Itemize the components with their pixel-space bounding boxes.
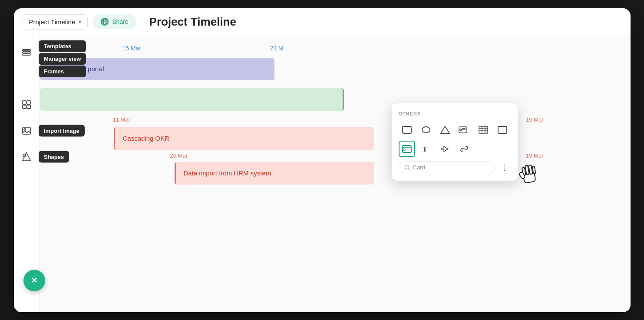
app-window: Project Timeline ▾ Share Project Timelin… (14, 8, 631, 312)
shape-triangle[interactable] (437, 122, 453, 138)
svg-line-34 (409, 169, 410, 170)
bar-green (40, 88, 344, 111)
shapes-grid: T (399, 122, 511, 157)
svg-rect-38 (528, 165, 533, 174)
page-title: Project Timeline (149, 15, 236, 29)
sidebar-icon-import-image[interactable]: Import Image (19, 123, 34, 139)
shape-text[interactable]: T (418, 141, 434, 157)
date-23-mar: 23 M (270, 45, 284, 52)
chevron-down-icon: ▾ (79, 19, 81, 25)
bar-cascading: Cascading OKR (114, 127, 374, 150)
date-15-mar: 15 Mar (122, 45, 142, 52)
shape-rectangle[interactable] (399, 122, 415, 138)
shape-card[interactable] (399, 141, 415, 157)
svg-rect-7 (27, 101, 30, 104)
popup-search-row: Card ⋮ (399, 162, 511, 174)
svg-rect-4 (23, 52, 30, 53)
svg-point-18 (460, 129, 462, 131)
svg-rect-9 (27, 105, 30, 109)
date-11-mar: 11 Mar (113, 116, 130, 123)
search-placeholder: Card (413, 164, 425, 171)
shape-note[interactable] (494, 122, 511, 138)
shape-link[interactable] (456, 141, 472, 157)
svg-rect-14 (403, 126, 411, 133)
svg-rect-21 (479, 126, 488, 133)
svg-text:T: T (423, 145, 427, 153)
date-19-mar-1: 19 Mar (526, 116, 543, 123)
popup-search[interactable]: Card (399, 162, 495, 173)
svg-rect-5 (23, 49, 30, 51)
share-button[interactable]: Share (93, 14, 136, 29)
svg-rect-10 (23, 127, 30, 134)
timeline-area: 15 Mar 23 M Interview test portal 11 Mar… (40, 36, 631, 312)
shape-ellipse[interactable] (418, 122, 434, 138)
svg-marker-16 (441, 126, 449, 133)
bar-interview: Interview test portal (40, 58, 274, 80)
date-19-mar-2: 19 Mar (526, 152, 543, 159)
svg-rect-26 (498, 126, 507, 133)
svg-rect-39 (532, 166, 535, 174)
more-options-button[interactable]: ⋮ (499, 162, 511, 174)
shape-label[interactable] (456, 122, 472, 138)
svg-marker-31 (442, 146, 448, 152)
main-area: Templates Manager view Frames (14, 36, 631, 312)
svg-point-29 (403, 149, 405, 151)
bar-cascading-label: Cascading OKR (123, 135, 170, 142)
svg-rect-35 (523, 172, 535, 183)
bar-data-import-label: Data import from HRM system (184, 169, 271, 177)
header: Project Timeline ▾ Share Project Timelin… (14, 8, 631, 36)
shape-table[interactable] (475, 122, 492, 138)
svg-rect-8 (23, 105, 26, 109)
svg-rect-3 (23, 54, 30, 55)
sidebar-icon-templates[interactable]: Templates Manager view Frames (19, 45, 34, 60)
shape-arrow-right[interactable] (437, 141, 453, 157)
bar-interview-label: Interview test portal (48, 65, 104, 73)
popup-section-label: OTHERS (399, 111, 511, 116)
share-label: Share (112, 18, 128, 25)
svg-rect-37 (525, 165, 529, 175)
fab-close-button[interactable]: ✕ (23, 270, 45, 291)
hand-cursor (515, 158, 542, 188)
svg-point-33 (405, 165, 409, 169)
svg-rect-40 (519, 172, 525, 179)
date-20-mar: 20 Mar (170, 152, 188, 159)
svg-point-11 (24, 129, 26, 130)
fab-icon: ✕ (31, 276, 37, 285)
bar-data-import: Data import from HRM system (175, 162, 374, 185)
svg-point-15 (422, 127, 430, 133)
svg-rect-36 (522, 167, 525, 175)
project-title: Project Timeline (29, 18, 76, 26)
shapes-popup: OTHERS (392, 103, 518, 181)
svg-rect-6 (23, 101, 26, 104)
globe-icon (101, 18, 109, 26)
sidebar-icon-shapes[interactable]: Shapes (19, 149, 34, 165)
sidebar-icon-frames[interactable] (19, 97, 34, 112)
project-dropdown[interactable]: Project Timeline ▾ (23, 14, 88, 30)
